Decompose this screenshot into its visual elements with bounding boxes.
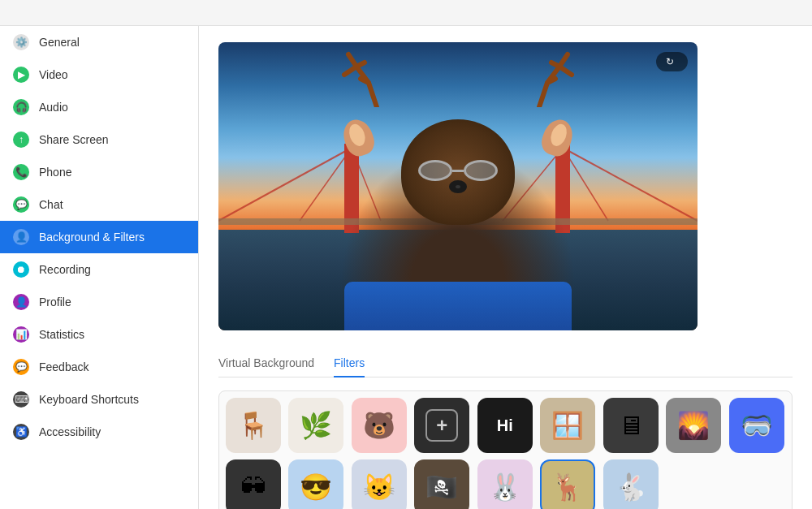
right-ear — [538, 115, 577, 159]
sidebar-item-statistics[interactable]: 📊Statistics — [0, 318, 198, 351]
video-preview: ↻ — [218, 42, 698, 330]
content-area: ↻ Virtual BackgroundFilters 🪑🌿🐻+Hi🪟🖥🌄🥽🕶😎… — [199, 26, 812, 509]
title-bar — [0, 0, 812, 26]
rotate-icon: ↻ — [666, 56, 674, 67]
filter-sunglasses[interactable]: 😎 — [288, 459, 343, 509]
filter-pirate[interactable]: 🏴‍☠️ — [414, 459, 469, 509]
filter-hi[interactable]: Hi — [477, 398, 533, 453]
audio-icon: 🎧 — [13, 99, 29, 115]
general-label: General — [39, 36, 80, 49]
filter-rabbit-blue[interactable]: 🐇 — [603, 459, 659, 509]
filter-none[interactable]: 🪑 — [226, 398, 281, 453]
filter-add[interactable]: + — [414, 398, 469, 453]
background-label: Background & Filters — [39, 231, 145, 244]
main-container: ⚙️General▶Video🎧Audio↑Share Screen📞Phone… — [0, 26, 812, 509]
antlers — [328, 50, 588, 107]
filter-3d[interactable]: 🕶 — [226, 459, 281, 509]
keyboard-label: Keyboard Shortcuts — [39, 393, 139, 406]
tab-filters[interactable]: Filters — [334, 350, 365, 377]
share-screen-label: Share Screen — [39, 133, 109, 146]
tabs-row: Virtual BackgroundFilters — [218, 350, 793, 377]
keyboard-icon: ⌨ — [13, 391, 29, 408]
sidebar-item-audio[interactable]: 🎧Audio — [0, 91, 198, 123]
accessibility-icon: ♿ — [13, 424, 29, 440]
sidebar-item-video[interactable]: ▶Video — [0, 58, 198, 91]
profile-icon: 👤 — [13, 294, 29, 310]
background-icon: 👤 — [13, 229, 29, 245]
profile-label: Profile — [39, 295, 71, 308]
recording-icon: ⏺ — [13, 261, 29, 278]
filter-bunny-pink[interactable]: 🐰 — [477, 459, 533, 509]
filter-room2[interactable]: 🖥 — [603, 398, 659, 453]
sidebar-item-keyboard[interactable]: ⌨Keyboard Shortcuts — [0, 383, 198, 416]
video-label: Video — [39, 68, 68, 81]
statistics-icon: 📊 — [13, 326, 29, 343]
sidebar-item-phone[interactable]: 📞Phone — [0, 156, 198, 188]
accessibility-label: Accessibility — [39, 425, 101, 438]
rotate-button[interactable]: ↻ — [656, 52, 688, 71]
share-screen-icon: ↑ — [13, 132, 29, 148]
tab-virtual-bg[interactable]: Virtual Background — [218, 350, 314, 377]
filter-cat[interactable]: 😺 — [352, 459, 407, 509]
sidebar-item-general[interactable]: ⚙️General — [0, 26, 198, 58]
phone-label: Phone — [39, 166, 71, 179]
recording-label: Recording — [39, 263, 91, 276]
filter-plant[interactable]: 🌿 — [288, 398, 343, 453]
sidebar-item-share-screen[interactable]: ↑Share Screen — [0, 123, 198, 156]
filter-vr[interactable]: 🥽 — [729, 398, 784, 453]
dog-nose — [449, 180, 467, 193]
video-icon: ▶ — [13, 67, 29, 83]
sidebar-item-feedback[interactable]: 💬Feedback — [0, 351, 198, 383]
audio-label: Audio — [39, 101, 68, 114]
sidebar-item-recording[interactable]: ⏺Recording — [0, 253, 198, 286]
filter-pink[interactable]: 🐻 — [352, 398, 407, 453]
sidebar-item-background[interactable]: 👤Background & Filters — [0, 221, 198, 253]
feedback-label: Feedback — [39, 360, 89, 373]
phone-icon: 📞 — [13, 164, 29, 180]
sidebar: ⚙️General▶Video🎧Audio↑Share Screen📞Phone… — [0, 26, 199, 509]
sidebar-item-chat[interactable]: 💬Chat — [0, 188, 198, 221]
filter-deer[interactable]: 🦌 — [540, 459, 595, 509]
sidebar-item-profile[interactable]: 👤Profile — [0, 286, 198, 318]
chat-icon: 💬 — [13, 196, 29, 213]
shirt — [344, 282, 572, 330]
filter-room1[interactable]: 🪟 — [540, 398, 595, 453]
general-icon: ⚙️ — [13, 34, 29, 50]
filters-grid: 🪑🌿🐻+Hi🪟🖥🌄🥽🕶😎😺🏴‍☠️🐰🦌🐇 — [218, 390, 793, 509]
feedback-icon: 💬 — [13, 359, 29, 375]
chat-label: Chat — [39, 198, 63, 211]
filter-scene[interactable]: 🌄 — [666, 398, 721, 453]
sidebar-item-accessibility[interactable]: ♿Accessibility — [0, 416, 198, 448]
left-ear — [339, 115, 378, 159]
statistics-label: Statistics — [39, 328, 84, 341]
face — [401, 119, 515, 225]
glasses — [418, 159, 498, 182]
